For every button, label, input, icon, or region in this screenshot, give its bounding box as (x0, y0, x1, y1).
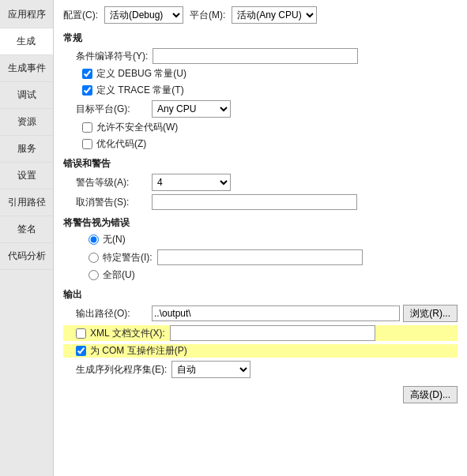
com-interop-row: 为 COM 互操作注册(P) (63, 344, 458, 358)
toolbar-row: 配置(C): 活动(Debug) 平台(M): 活动(Any CPU) (63, 6, 458, 24)
specific-radio-label: 特定警告(I): (103, 251, 153, 264)
serialize-label: 生成序列化程序集(E): (76, 363, 167, 377)
sidebar-item-signing[interactable]: 签名 (0, 216, 53, 243)
specific-radio-row: 特定警告(I): (63, 249, 458, 265)
allow-unsafe-row: 允许不安全代码(W) (63, 121, 458, 134)
optimize-code-label: 优化代码(Z) (96, 137, 146, 151)
sidebar-item-settings[interactable]: 设置 (0, 163, 53, 189)
none-radio[interactable] (89, 234, 99, 245)
output-path-row: 输出路径(O): 浏览(R)... (63, 305, 458, 322)
suppress-warnings-label: 取消警告(S): (76, 196, 147, 209)
sidebar-item-reference-paths[interactable]: 引用路径 (0, 189, 53, 216)
general-section-header: 常规 (63, 32, 458, 45)
define-trace-row: 定义 TRACE 常量(T) (63, 84, 458, 97)
serialize-select[interactable]: 自动开关 (171, 361, 250, 378)
define-trace-checkbox[interactable] (82, 85, 92, 96)
define-debug-checkbox[interactable] (82, 69, 92, 79)
xml-doc-row: XML 文档文件(X): (63, 325, 458, 341)
specific-warnings-input[interactable] (157, 249, 363, 265)
specific-radio[interactable] (89, 253, 99, 263)
warning-level-select[interactable]: 4 (152, 174, 231, 191)
define-debug-label: 定义 DEBUG 常量(U) (96, 67, 186, 81)
main-content: 配置(C): 活动(Debug) 平台(M): 活动(Any CPU) 常规 条… (54, 0, 467, 476)
browse-button[interactable]: 浏览(R)... (403, 305, 458, 322)
none-radio-label: 无(N) (103, 233, 126, 246)
xml-doc-checkbox[interactable] (76, 328, 86, 339)
platform-select[interactable]: 活动(Any CPU) (232, 6, 317, 24)
serialize-group: 生成序列化程序集(E): 自动开关 (63, 361, 458, 378)
target-platform-group: 目标平台(G): Any CPUx86x64 (63, 100, 458, 118)
none-radio-row: 无(N) (63, 233, 458, 246)
allow-unsafe-checkbox[interactable] (82, 122, 92, 133)
platform-label: 平台(M): (190, 9, 225, 22)
sidebar-item-build[interactable]: 生成 (0, 28, 53, 55)
sidebar-item-application[interactable]: 应用程序 (0, 2, 53, 28)
define-debug-row: 定义 DEBUG 常量(U) (63, 67, 458, 81)
all-radio-label: 全部(U) (103, 268, 135, 282)
sidebar-item-resources[interactable]: 资源 (0, 109, 53, 136)
xml-doc-label: XML 文档文件(X): (90, 327, 165, 340)
treat-warnings-section-header: 将警告视为错误 (63, 216, 458, 230)
sidebar-item-debug[interactable]: 调试 (0, 82, 53, 109)
config-label: 配置(C): (63, 9, 98, 22)
sidebar-item-services[interactable]: 服务 (0, 136, 53, 163)
sidebar-item-build-events[interactable]: 生成事件 (0, 55, 53, 82)
define-trace-label: 定义 TRACE 常量(T) (96, 84, 184, 97)
warning-level-label: 警告等级(A): (76, 176, 147, 189)
output-path-input[interactable] (152, 305, 400, 321)
target-platform-select[interactable]: Any CPUx86x64 (152, 100, 231, 118)
suppress-warnings-group: 取消警告(S): (63, 194, 458, 210)
conditional-symbols-group: 条件编译符号(Y): (63, 48, 458, 64)
suppress-warnings-input[interactable] (152, 194, 357, 210)
conditional-symbols-label: 条件编译符号(Y): (76, 50, 148, 63)
optimize-code-row: 优化代码(Z) (63, 137, 458, 151)
warning-level-group: 警告等级(A): 4 (63, 174, 458, 191)
config-select[interactable]: 活动(Debug) (104, 6, 183, 24)
target-platform-label: 目标平台(G): (76, 103, 147, 116)
sidebar: 应用程序 生成 生成事件 调试 资源 服务 设置 引用路径 签名 代码分析 (0, 0, 54, 476)
sidebar-item-code-analysis[interactable]: 代码分析 (0, 243, 53, 270)
all-radio-row: 全部(U) (63, 268, 458, 282)
allow-unsafe-label: 允许不安全代码(W) (96, 121, 178, 134)
advanced-button[interactable]: 高级(D)... (403, 386, 458, 403)
output-path-label: 输出路径(O): (76, 307, 147, 320)
xml-doc-input[interactable] (170, 325, 375, 341)
output-section-header: 输出 (63, 288, 458, 302)
errors-warnings-section-header: 错误和警告 (63, 157, 458, 171)
com-interop-checkbox[interactable] (76, 346, 86, 356)
conditional-symbols-input[interactable] (153, 48, 358, 64)
optimize-code-checkbox[interactable] (82, 139, 92, 149)
com-interop-label: 为 COM 互操作注册(P) (90, 344, 187, 358)
all-radio[interactable] (89, 270, 99, 280)
